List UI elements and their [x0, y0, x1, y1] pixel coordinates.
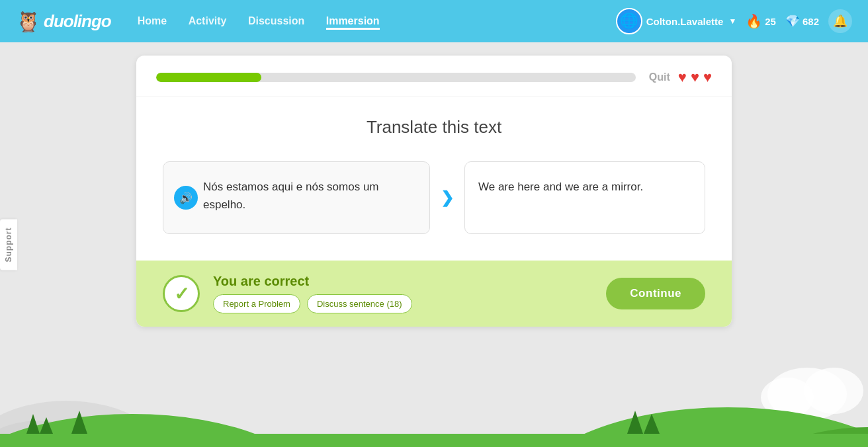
logo-owl-icon: 🦉 — [16, 10, 40, 33]
chevron-down-icon: ▼ — [728, 17, 736, 26]
progress-bar-fill — [156, 73, 261, 82]
nav-home[interactable]: Home — [138, 15, 167, 26]
correct-text-area: You are correct Report a Problem Discuss… — [213, 274, 593, 313]
question-title: Translate this text — [163, 117, 705, 138]
flag-avatar: 🌐 — [616, 8, 642, 34]
report-problem-button[interactable]: Report a Problem — [213, 294, 300, 313]
user-profile[interactable]: 🌐 Colton.Lavalette ▼ — [616, 8, 737, 34]
heart-2: ♥ — [691, 69, 699, 86]
source-text-line1: Nós estamos aqui e nós somos um — [203, 181, 379, 193]
heart-3: ♥ — [703, 69, 712, 86]
arrow-icon: ❯ — [441, 188, 454, 207]
check-circle: ✓ — [163, 275, 200, 312]
navbar: 🦉 duolingo Home Activity Discussion Imme… — [0, 0, 868, 42]
streak-value: 25 — [765, 16, 776, 27]
quit-button[interactable]: Quit — [649, 71, 670, 83]
nav-discussion[interactable]: Discussion — [248, 15, 304, 26]
target-text: We are here and we are a mirror. — [478, 181, 643, 193]
user-section: 🌐 Colton.Lavalette ▼ 🔥 25 💎 682 🔔 — [616, 8, 852, 34]
gems-counter: 💎 682 — [785, 14, 819, 28]
checkmark-icon: ✓ — [174, 283, 189, 305]
question-area: Translate this text 🔊 Nós estamos aqui e… — [136, 97, 732, 261]
logo: 🦉 duolingo — [16, 10, 111, 33]
speaker-icon: 🔊 — [179, 192, 193, 204]
discuss-sentence-button[interactable]: Discuss sentence (18) — [307, 294, 412, 313]
heart-1: ♥ — [678, 69, 687, 86]
speaker-button[interactable]: 🔊 — [174, 186, 198, 210]
source-box: 🔊 Nós estamos aqui e nós somos um espelh… — [163, 161, 430, 234]
correct-title: You are correct — [213, 274, 593, 289]
arrow-connector: ❯ — [430, 161, 464, 234]
gems-value: 682 — [803, 16, 819, 27]
main-wrapper: Quit ♥ ♥ ♥ Translate this text 🔊 Nós est… — [0, 42, 868, 447]
username: Colton.Lavalette — [646, 16, 724, 27]
target-box: We are here and we are a mirror. — [464, 161, 705, 234]
nav-immersion[interactable]: Immersion — [326, 15, 380, 30]
correct-banner: ✓ You are correct Report a Problem Discu… — [136, 261, 732, 327]
gem-icon: 💎 — [785, 14, 800, 28]
hearts-display: ♥ ♥ ♥ — [678, 69, 712, 86]
source-text-line2: espelho. — [203, 198, 245, 211]
continue-button[interactable]: Continue — [606, 278, 705, 309]
bell-icon: 🔔 — [833, 14, 847, 28]
progress-bar-container — [156, 73, 636, 82]
translation-row: 🔊 Nós estamos aqui e nós somos um espelh… — [163, 161, 705, 234]
lesson-card: Quit ♥ ♥ ♥ Translate this text 🔊 Nós est… — [136, 56, 732, 327]
nav-activity[interactable]: Activity — [189, 15, 227, 26]
progress-area: Quit ♥ ♥ ♥ — [136, 56, 732, 97]
support-tab[interactable]: Support — [0, 220, 17, 270]
logo-text: duolingo — [44, 11, 111, 32]
fire-icon: 🔥 — [746, 13, 762, 29]
main-nav: Home Activity Discussion Immersion — [138, 15, 398, 27]
streak-counter: 🔥 25 — [746, 13, 776, 29]
correct-actions: Report a Problem Discuss sentence (18) — [213, 294, 593, 313]
notification-bell[interactable]: 🔔 — [828, 9, 852, 33]
